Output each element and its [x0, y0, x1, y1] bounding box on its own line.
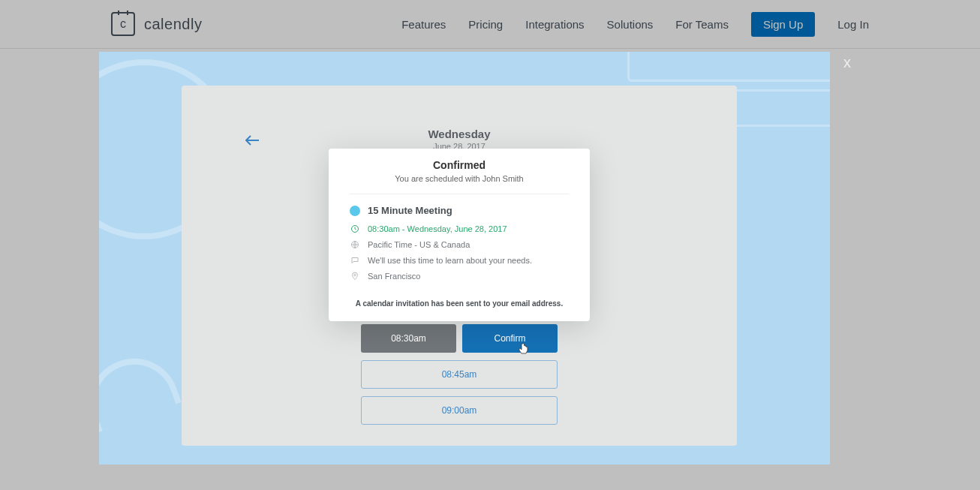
confirm-title: Confirmed [350, 159, 569, 171]
location-pin-icon [350, 271, 360, 281]
svg-point-2 [354, 274, 356, 276]
detail-note: We'll use this time to learn about your … [350, 255, 569, 266]
pointer-cursor-icon [518, 342, 530, 359]
selected-time-slot[interactable]: 08:30am [361, 324, 456, 353]
detail-location: San Francisco [350, 271, 569, 281]
meeting-title-row: 15 Minute Meeting [350, 205, 569, 216]
confirm-footer: A calendar invitation has been sent to y… [350, 299, 569, 308]
globe-icon [350, 239, 360, 250]
modal-close-icon[interactable]: x [843, 54, 851, 71]
time-slot-list: 08:30am Confirm 08:45am 09:00am [361, 303, 558, 432]
note-text: We'll use this time to learn about your … [368, 256, 532, 265]
location-text: San Francisco [368, 272, 420, 281]
datetime-text: 08:30am - Wednesday, June 28, 2017 [368, 224, 507, 233]
demo-modal: Wednesday June 28, 2017 08:30am Confirm [99, 52, 830, 464]
event-color-dot-icon [350, 206, 360, 216]
meeting-title: 15 Minute Meeting [368, 205, 452, 216]
confirm-subtitle: You are scheduled with John Smith [350, 174, 569, 183]
detail-datetime: 08:30am - Wednesday, June 28, 2017 [350, 224, 569, 234]
timezone-text: Pacific Time - US & Canada [368, 240, 470, 249]
day-header: Wednesday June 28, 2017 [182, 86, 737, 151]
detail-timezone: Pacific Time - US & Canada [350, 239, 569, 250]
clock-icon [350, 224, 360, 234]
confirm-button[interactable]: Confirm [462, 324, 558, 353]
time-slot-0900[interactable]: 09:00am [361, 396, 558, 425]
confirmation-card: Confirmed You are scheduled with John Sm… [329, 149, 590, 321]
chat-icon [350, 255, 360, 266]
divider [350, 194, 569, 194]
scheduler-app-frame: Wednesday June 28, 2017 08:30am Confirm [182, 86, 737, 446]
decorative-arc [99, 346, 182, 433]
day-name: Wednesday [182, 128, 737, 140]
time-slot-0845[interactable]: 08:45am [361, 360, 558, 389]
back-arrow-icon[interactable] [245, 132, 260, 149]
